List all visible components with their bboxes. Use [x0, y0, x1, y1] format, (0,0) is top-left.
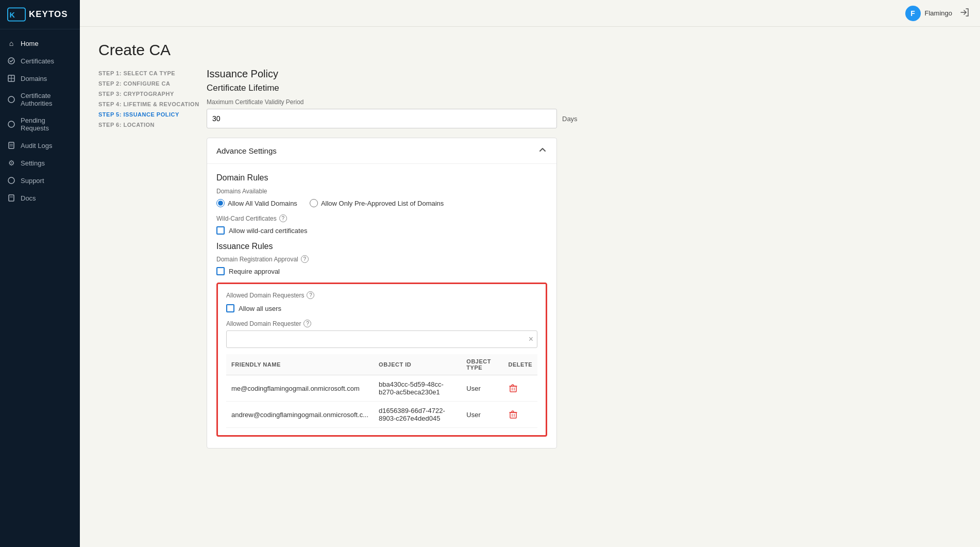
- allow-all-users-label: Allow all users: [239, 305, 281, 312]
- wizard-step-4[interactable]: STEP 4: LIFETIME & REVOCATION: [98, 99, 207, 109]
- ca-icon: [7, 95, 15, 104]
- advance-settings-header[interactable]: Advance Settings: [207, 138, 556, 164]
- col-object-type: OBJECT TYPE: [461, 354, 503, 375]
- allow-all-users-row[interactable]: Allow all users: [226, 304, 537, 312]
- cell-object-type: User: [461, 375, 503, 402]
- cell-object-type: User: [461, 402, 503, 428]
- col-delete: DELETE: [503, 354, 537, 375]
- logo-icon: K: [7, 7, 26, 22]
- cell-friendly-name: me@codingflamingogmail.onmicrosoft.com: [226, 375, 374, 402]
- user-badge[interactable]: F Flamingo: [905, 6, 952, 21]
- col-object-id: OBJECT ID: [374, 354, 461, 375]
- logout-icon[interactable]: [959, 7, 970, 20]
- svg-rect-8: [9, 142, 14, 148]
- sidebar-item-label: Certificate Authorities: [21, 92, 73, 107]
- svg-text:K: K: [10, 11, 15, 19]
- advance-settings-panel: Advance Settings Domain Rules Domains Av…: [207, 138, 557, 449]
- cell-delete: [503, 375, 537, 402]
- cell-delete: [503, 402, 537, 428]
- search-clear-icon[interactable]: ×: [529, 335, 533, 344]
- delete-row-1-button[interactable]: [509, 410, 518, 419]
- sidebar-item-pending-requests[interactable]: Pending Requests: [0, 112, 80, 137]
- form-area: Issuance Policy Certificate Lifetime Max…: [207, 68, 961, 449]
- domain-rules-title: Domain Rules: [216, 173, 547, 183]
- home-icon: ⌂: [7, 39, 15, 47]
- sidebar-logo: K KEYTOS: [0, 0, 80, 29]
- wildcard-checkbox[interactable]: [216, 226, 225, 235]
- allowed-requesters-label: Allowed Domain Requesters: [226, 292, 304, 299]
- allow-preapproved-option[interactable]: Allow Only Pre-Approved List of Domains: [310, 199, 444, 207]
- svg-point-6: [8, 96, 14, 103]
- domains-icon: [7, 74, 15, 82]
- allow-preapproved-label: Allow Only Pre-Approved List of Domains: [321, 200, 444, 207]
- support-icon: [7, 176, 15, 185]
- sidebar-item-audit-logs[interactable]: Audit Logs: [0, 137, 80, 154]
- table-row: andrew@codingflamingogmail.onmicrosoft.c…: [226, 402, 537, 428]
- table-row: me@codingflamingogmail.onmicrosoft.com b…: [226, 375, 537, 402]
- domain-reg-help-icon[interactable]: ?: [301, 255, 309, 263]
- sidebar-item-label: Audit Logs: [21, 142, 52, 150]
- wildcard-label-row: Wild-Card Certificates ?: [216, 214, 547, 222]
- wizard-steps: STEP 1: SELECT CA TYPE STEP 2: CONFIGURE…: [98, 68, 207, 130]
- days-input[interactable]: [207, 109, 557, 128]
- sidebar-item-label: Support: [21, 177, 44, 185]
- two-col-layout: STEP 1: SELECT CA TYPE STEP 2: CONFIGURE…: [98, 68, 961, 449]
- topbar: F Flamingo: [80, 0, 980, 27]
- wizard-step-2[interactable]: STEP 2: CONFIGURE CA: [98, 78, 207, 89]
- content-area: Create CA STEP 1: SELECT CA TYPE STEP 2:…: [80, 27, 980, 547]
- cell-object-id: d1656389-66d7-4722-8903-c267e4ded045: [374, 402, 461, 428]
- delete-row-0-button[interactable]: [509, 384, 518, 393]
- require-approval-checkbox[interactable]: [216, 267, 225, 275]
- user-name: Flamingo: [925, 9, 952, 17]
- allowed-requesters-help-icon[interactable]: ?: [307, 291, 314, 299]
- allow-all-domains-radio[interactable]: [216, 199, 225, 207]
- audit-icon: [7, 141, 15, 150]
- max-validity-label: Maximum Certificate Validity Period: [207, 98, 961, 106]
- sidebar-item-label: Home: [21, 40, 39, 47]
- svg-rect-19: [510, 412, 516, 418]
- sidebar: K KEYTOS ⌂ Home Certificates Domains Cer…: [0, 0, 80, 547]
- require-approval-row[interactable]: Require approval: [216, 267, 547, 275]
- sidebar-item-label: Settings: [21, 159, 45, 167]
- allow-preapproved-radio[interactable]: [310, 199, 318, 207]
- sidebar-item-certificates[interactable]: Certificates: [0, 52, 80, 70]
- days-unit-label: Days: [562, 115, 578, 123]
- wizard-step-5[interactable]: STEP 5: ISSUANCE POLICY: [98, 109, 207, 120]
- pending-icon: [7, 120, 15, 128]
- sidebar-item-home[interactable]: ⌂ Home: [0, 35, 80, 52]
- allow-all-domains-label: Allow All Valid Domains: [228, 200, 297, 207]
- settings-icon: ⚙: [7, 159, 15, 167]
- domains-available-label: Domains Available: [216, 188, 547, 195]
- wildcard-checkbox-label: Allow wild-card certificates: [229, 227, 307, 235]
- cert-lifetime-title: Certificate Lifetime: [207, 83, 961, 93]
- sidebar-item-docs[interactable]: Docs: [0, 189, 80, 207]
- sidebar-item-certificate-authorities[interactable]: Certificate Authorities: [0, 87, 80, 112]
- days-input-row: Days: [207, 109, 961, 128]
- section-title: Issuance Policy: [207, 68, 961, 80]
- allow-all-users-checkbox[interactable]: [226, 304, 234, 312]
- page-title: Create CA: [98, 41, 961, 59]
- main-area: F Flamingo Create CA STEP 1: SELECT CA T…: [80, 0, 980, 547]
- allow-all-domains-option[interactable]: Allow All Valid Domains: [216, 199, 297, 207]
- sidebar-item-settings[interactable]: ⚙ Settings: [0, 154, 80, 172]
- wizard-step-6[interactable]: STEP 6: LOCATION: [98, 120, 207, 130]
- wildcard-checkbox-row[interactable]: Allow wild-card certificates: [216, 226, 547, 235]
- allowed-requester-help-icon[interactable]: ?: [303, 320, 311, 327]
- wildcard-help-icon[interactable]: ?: [279, 214, 287, 222]
- sidebar-item-support[interactable]: Support: [0, 172, 80, 189]
- col-friendly-name: FRIENDLY NAME: [226, 354, 374, 375]
- allowed-requesters-label-row: Allowed Domain Requesters ?: [226, 291, 537, 299]
- svg-point-7: [8, 121, 14, 127]
- wildcard-label: Wild-Card Certificates: [216, 215, 277, 222]
- sidebar-item-domains[interactable]: Domains: [0, 70, 80, 87]
- wizard-step-1[interactable]: STEP 1: SELECT CA TYPE: [98, 68, 207, 78]
- advance-settings-title: Advance Settings: [216, 146, 277, 155]
- sidebar-item-label: Pending Requests: [21, 117, 73, 132]
- wizard-step-3[interactable]: STEP 3: CRYPTOGRAPHY: [98, 89, 207, 99]
- cell-friendly-name: andrew@codingflamingogmail.onmicrosoft.c…: [226, 402, 374, 428]
- avatar: F: [905, 6, 921, 21]
- svg-rect-12: [9, 195, 14, 201]
- logo-text: KEYTOS: [29, 9, 68, 20]
- requester-search-input[interactable]: [226, 330, 537, 348]
- certificates-icon: [7, 57, 15, 65]
